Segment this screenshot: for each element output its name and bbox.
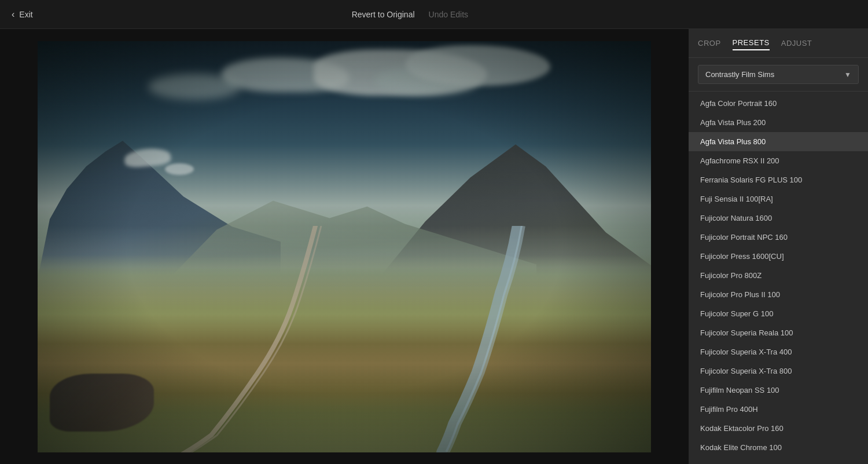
preset-category-dropdown[interactable]: Contrastly Film Sims ▼: [698, 65, 859, 84]
vignette: [38, 41, 651, 452]
preset-item-kodak-ektacolor-pro-160[interactable]: Kodak Ektacolor Pro 160: [689, 419, 868, 438]
panel-tabs: CROPPRESETSADJUST: [689, 29, 868, 58]
right-panel: CROPPRESETSADJUST Contrastly Film Sims ▼…: [689, 29, 868, 464]
photo-canvas: [38, 41, 651, 452]
preset-item-agfa-vista-200[interactable]: Agfa Vista Plus 200: [689, 113, 868, 132]
preset-item-fujicolor-pro-800z[interactable]: Fujicolor Pro 800Z: [689, 266, 868, 285]
main: CROPPRESETSADJUST Contrastly Film Sims ▼…: [0, 29, 868, 464]
topbar-center: Revert to Original Undo Edits: [352, 10, 468, 19]
preset-item-fujicolor-superia-xtra-800[interactable]: Fujicolor Superia X-Tra 800: [689, 361, 868, 381]
preset-item-agfachrome-rsx-200[interactable]: Agfachrome RSX II 200: [689, 151, 868, 170]
revert-button[interactable]: Revert to Original: [352, 10, 415, 19]
image-area: [0, 29, 689, 464]
preset-item-fuji-sensia-100[interactable]: Fuji Sensia II 100[RA]: [689, 189, 868, 209]
tab-adjust[interactable]: ADJUST: [781, 36, 812, 50]
preset-item-agfa-color-160[interactable]: Agfa Color Portrait 160: [689, 94, 868, 113]
back-chevron-icon: ‹: [12, 9, 14, 20]
preset-item-fujicolor-super-g-100[interactable]: Fujicolor Super G 100: [689, 304, 868, 323]
preset-list: Agfa Color Portrait 160Agfa Vista Plus 2…: [689, 92, 868, 464]
preset-item-fujifilm-pro-400h[interactable]: Fujifilm Pro 400H: [689, 400, 868, 419]
dropdown-label: Contrastly Film Sims: [705, 70, 774, 79]
preset-item-fujicolor-superia-reala-100[interactable]: Fujicolor Superia Reala 100: [689, 323, 868, 342]
preset-item-fujicolor-natura-1600[interactable]: Fujicolor Natura 1600: [689, 209, 868, 228]
topbar: ‹ Exit Revert to Original Undo Edits: [0, 0, 868, 29]
preset-item-fujicolor-superia-xtra-400[interactable]: Fujicolor Superia X-Tra 400: [689, 342, 868, 361]
preset-item-agfa-vista-800[interactable]: Agfa Vista Plus 800: [689, 132, 868, 151]
preset-item-kodak-high-def-200[interactable]: Kodak High Definition 200: [689, 457, 868, 464]
tab-crop[interactable]: CROP: [698, 36, 721, 50]
preset-item-kodak-elite-chrome-100[interactable]: Kodak Elite Chrome 100: [689, 438, 868, 457]
tab-presets[interactable]: PRESETS: [733, 36, 770, 50]
preset-dropdown-container: Contrastly Film Sims ▼: [689, 58, 868, 92]
exit-button[interactable]: Exit: [19, 10, 32, 19]
undo-button: Undo Edits: [429, 10, 468, 19]
preset-item-fujicolor-press-1600[interactable]: Fujicolor Press 1600[CU]: [689, 247, 868, 266]
dropdown-arrow-icon: ▼: [844, 71, 851, 79]
preset-item-fujicolor-portrait-160[interactable]: Fujicolor Portrait NPC 160: [689, 228, 868, 247]
topbar-left: ‹ Exit: [12, 9, 33, 20]
preset-item-ferrania-solaris-100[interactable]: Ferrania Solaris FG PLUS 100: [689, 170, 868, 189]
photo-background: [38, 41, 651, 452]
preset-item-fujicolor-pro-plus-100[interactable]: Fujicolor Pro Plus II 100: [689, 285, 868, 304]
preset-item-fujifilm-neopan-ss-100[interactable]: Fujifilm Neopan SS 100: [689, 381, 868, 400]
